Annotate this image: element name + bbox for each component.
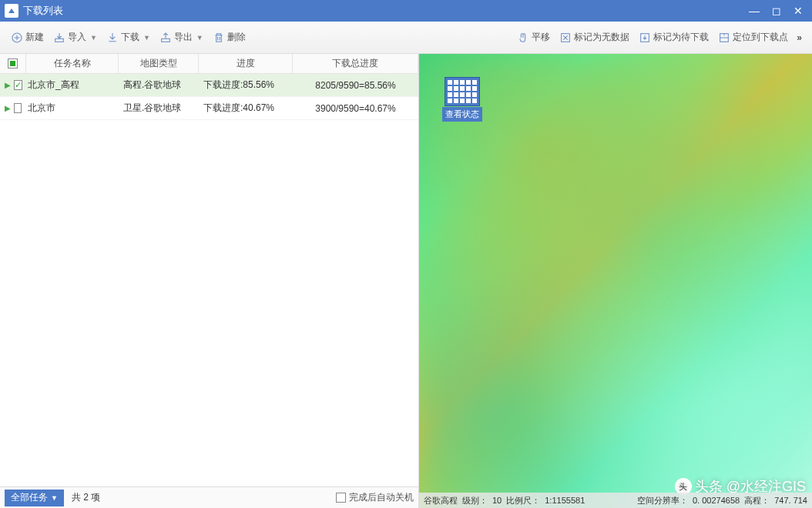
- square-x-icon: [559, 32, 572, 44]
- hand-icon: [517, 32, 529, 44]
- plus-circle-icon: [11, 32, 23, 44]
- window-title: 下载列表: [23, 4, 749, 18]
- locate-icon: [718, 32, 730, 44]
- all-tasks-button[interactable]: 全部任务 ▼: [5, 490, 64, 506]
- bottom-bar: 全部任务 ▼ 共 2 项 完成后自动关机: [0, 486, 418, 508]
- download-icon: [106, 32, 119, 44]
- table-row[interactable]: ▶ 北京市 卫星.谷歌地球 下载进度:40.67% 3900/9590=40.6…: [0, 97, 418, 120]
- chevron-down-icon: ▼: [51, 494, 58, 502]
- checkbox-icon: [8, 58, 18, 69]
- checkbox-icon: [336, 493, 346, 503]
- status-scale-label: 比例尺：: [506, 495, 540, 506]
- trash-icon: [213, 32, 225, 44]
- view-status-label: 查看状态: [442, 107, 482, 122]
- mark-pending-button[interactable]: 标记为待下载: [634, 28, 713, 46]
- import-button[interactable]: 导入 ▼: [49, 28, 102, 46]
- new-button[interactable]: 新建: [6, 28, 49, 46]
- map-view[interactable]: 查看状态 头 头条 @水经注GIS 谷歌高程 级别： 10 比例尺： 1:115…: [419, 54, 812, 508]
- status-bar: 谷歌高程 级别： 10 比例尺： 1:1155581 空间分辨率： 0. 002…: [419, 493, 812, 508]
- view-status-button[interactable]: 查看状态: [442, 77, 482, 122]
- header-type[interactable]: 地图类型: [119, 54, 199, 73]
- export-button[interactable]: 导出 ▼: [155, 28, 208, 46]
- grid-icon: [445, 77, 480, 106]
- titlebar: 下载列表 — ◻ ✕: [0, 0, 812, 22]
- svg-rect-4: [162, 38, 170, 42]
- task-count: 共 2 项: [72, 491, 100, 504]
- play-icon: ▶: [5, 81, 11, 89]
- grid-header: 任务名称 地图类型 进度 下载总进度: [0, 54, 418, 74]
- header-name[interactable]: 任务名称: [26, 54, 119, 73]
- main-content: 任务名称 地图类型 进度 下载总进度 ▶✓ 北京市_高程 高程.谷歌地球 下载进…: [0, 54, 812, 508]
- play-icon: ▶: [5, 104, 11, 112]
- status-elev: 747. 714: [774, 496, 807, 505]
- locate-button[interactable]: 定位到下载点: [713, 28, 793, 46]
- table-row[interactable]: ▶✓ 北京市_高程 高程.谷歌地球 下载进度:85.56% 8205/9590=…: [0, 74, 418, 97]
- app-icon: [5, 4, 18, 18]
- status-elev-label: 高程：: [744, 495, 770, 506]
- status-scale: 1:1155581: [545, 496, 585, 505]
- maximize-button[interactable]: ◻: [772, 5, 781, 17]
- chevron-down-icon: ▼: [196, 34, 203, 42]
- delete-button[interactable]: 删除: [208, 28, 250, 46]
- status-res-label: 空间分辨率：: [637, 495, 688, 506]
- checkbox-icon[interactable]: [14, 103, 22, 113]
- download-button[interactable]: 下载 ▼: [102, 28, 155, 46]
- chevron-down-icon: ▼: [90, 34, 97, 42]
- status-level-label: 级别：: [462, 495, 488, 506]
- grid-body: ▶✓ 北京市_高程 高程.谷歌地球 下载进度:85.56% 8205/9590=…: [0, 74, 418, 486]
- chevron-down-icon: ▼: [143, 34, 150, 42]
- svg-rect-3: [55, 38, 64, 42]
- import-icon: [53, 32, 65, 44]
- header-progress[interactable]: 进度: [199, 54, 293, 73]
- square-down-icon: [639, 32, 651, 44]
- status-res: 0. 00274658: [693, 496, 740, 505]
- status-level: 10: [492, 496, 502, 505]
- toolbar: 新建 导入 ▼ 下载 ▼ 导出 ▼ 删除 平移 标记为无数据: [0, 22, 812, 54]
- auto-shutdown-checkbox[interactable]: 完成后自动关机: [336, 491, 414, 504]
- export-icon: [159, 32, 172, 44]
- mark-nodata-button[interactable]: 标记为无数据: [555, 28, 634, 46]
- minimize-button[interactable]: —: [749, 5, 760, 17]
- checkbox-icon[interactable]: ✓: [14, 80, 22, 90]
- status-source: 谷歌高程: [424, 495, 458, 506]
- header-total[interactable]: 下载总进度: [293, 54, 418, 73]
- pan-button[interactable]: 平移: [512, 28, 555, 46]
- window-controls: — ◻ ✕: [749, 5, 807, 17]
- header-checkbox-cell[interactable]: [0, 54, 26, 73]
- task-list-panel: 任务名称 地图类型 进度 下载总进度 ▶✓ 北京市_高程 高程.谷歌地球 下载进…: [0, 54, 419, 508]
- more-button[interactable]: »: [793, 31, 806, 45]
- close-button[interactable]: ✕: [794, 5, 803, 17]
